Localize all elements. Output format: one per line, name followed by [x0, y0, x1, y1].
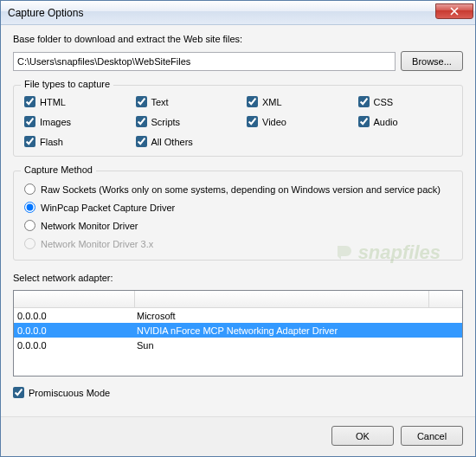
capture-method-label[interactable]: WinPcap Packet Capture Driver	[41, 203, 175, 213]
filetype-checkbox[interactable]	[24, 116, 35, 127]
filetype-label[interactable]: XML	[262, 97, 282, 107]
titlebar: Capture Options	[1, 1, 475, 25]
filetype-row: Video	[247, 116, 341, 127]
capture-method-radio[interactable]	[24, 202, 35, 213]
capture-method-option: Network Monitor Driver 3.x	[24, 238, 452, 249]
capture-method-title: Capture Method	[21, 164, 96, 175]
browse-button[interactable]: Browse...	[401, 51, 463, 71]
base-folder-input[interactable]	[13, 52, 396, 71]
adapter-name: Microsoft	[135, 311, 462, 321]
filetype-checkbox[interactable]	[136, 116, 147, 127]
filetype-row: Images	[24, 116, 119, 127]
filetype-label[interactable]: HTML	[40, 97, 66, 107]
filetype-label[interactable]: Scripts	[151, 117, 181, 127]
button-row: OK Cancel	[1, 416, 475, 456]
filetype-checkbox[interactable]	[136, 136, 147, 147]
filetype-checkbox[interactable]	[247, 116, 258, 127]
filetype-label[interactable]: Text	[151, 97, 169, 107]
capture-method-option: WinPcap Packet Capture Driver	[24, 202, 452, 213]
filetype-label[interactable]: All Others	[151, 137, 193, 147]
capture-method-radio[interactable]	[24, 183, 35, 195]
close-icon	[450, 7, 459, 16]
filetype-label[interactable]: Audio	[374, 117, 398, 127]
filetype-row: HTML	[24, 96, 119, 107]
filetype-row: Audio	[358, 116, 453, 127]
capture-method-option: Network Monitor Driver	[24, 220, 452, 231]
adapter-header	[14, 291, 462, 308]
adapter-label: Select network adapter:	[13, 273, 463, 283]
adapter-header-col2[interactable]	[135, 291, 429, 307]
filetype-checkbox[interactable]	[358, 96, 370, 107]
adapter-name: Sun	[135, 340, 462, 351]
filetype-row: CSS	[358, 96, 453, 107]
adapter-ip: 0.0.0.0	[14, 311, 135, 321]
window-title: Capture Options	[8, 7, 435, 19]
filetype-label[interactable]: Images	[40, 117, 71, 127]
capture-method-label: Network Monitor Driver 3.x	[41, 239, 153, 249]
filetype-checkbox[interactable]	[136, 96, 147, 107]
adapter-name: NVIDIA nForce MCP Networking Adapter Dri…	[135, 325, 462, 336]
filetype-row: Flash	[24, 136, 119, 147]
adapter-row[interactable]: 0.0.0.0NVIDIA nForce MCP Networking Adap…	[14, 323, 462, 338]
adapter-row[interactable]: 0.0.0.0Sun	[14, 338, 462, 352]
adapter-list[interactable]: 0.0.0.0Microsoft0.0.0.0NVIDIA nForce MCP…	[13, 290, 463, 377]
filetype-checkbox[interactable]	[358, 116, 370, 127]
filetype-row: XML	[247, 96, 341, 107]
cancel-button[interactable]: Cancel	[401, 426, 463, 446]
capture-method-option: Raw Sockets (Works only on some systems,…	[24, 183, 452, 195]
filetype-label[interactable]: Flash	[40, 137, 63, 147]
filetype-row: Text	[136, 96, 230, 107]
capture-method-label[interactable]: Raw Sockets (Works only on some systems,…	[41, 184, 441, 195]
ok-button[interactable]: OK	[331, 426, 394, 446]
adapter-header-col3[interactable]	[429, 291, 462, 307]
promiscuous-label[interactable]: Promiscuous Mode	[29, 388, 110, 398]
promiscuous-row: Promiscuous Mode	[13, 387, 463, 398]
filetype-label[interactable]: CSS	[374, 97, 394, 107]
adapter-ip: 0.0.0.0	[14, 325, 135, 336]
filetype-checkbox[interactable]	[24, 136, 35, 147]
adapter-row[interactable]: 0.0.0.0Microsoft	[14, 308, 462, 323]
file-types-title: File types to capture	[21, 79, 113, 89]
filetype-row: All Others	[136, 136, 230, 147]
close-button[interactable]	[435, 3, 473, 19]
capture-method-radio	[24, 238, 35, 249]
filetype-checkbox[interactable]	[247, 96, 258, 107]
dialog-content: Base folder to download and extract the …	[1, 25, 475, 416]
filetype-row: Scripts	[136, 116, 230, 127]
base-folder-row: Browse...	[13, 51, 463, 71]
capture-method-label[interactable]: Network Monitor Driver	[41, 221, 138, 231]
dialog-window: Capture Options Base folder to download …	[0, 0, 476, 457]
filetype-label[interactable]: Video	[262, 117, 286, 127]
filetype-checkbox[interactable]	[24, 96, 35, 107]
capture-method-group: Capture Method Raw Sockets (Works only o…	[13, 171, 463, 261]
adapter-ip: 0.0.0.0	[14, 340, 135, 351]
adapter-header-col1[interactable]	[14, 291, 135, 307]
base-folder-label: Base folder to download and extract the …	[13, 34, 463, 44]
promiscuous-checkbox[interactable]	[13, 387, 24, 398]
file-types-group: File types to capture HTMLTextXMLCSSImag…	[13, 85, 463, 157]
capture-method-radio[interactable]	[24, 220, 35, 231]
